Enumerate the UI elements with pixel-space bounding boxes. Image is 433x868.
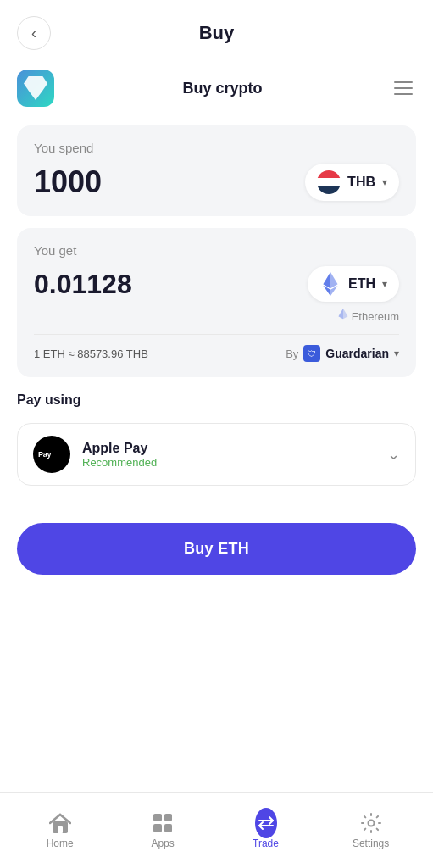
nav-item-apps[interactable]: Apps	[133, 805, 192, 856]
get-card: You get 0.01128 ETH ▾	[17, 228, 416, 377]
rate-row: 1 ETH ≈ 88573.96 THB By 🛡 Guardarian ▾	[34, 334, 399, 362]
svg-text:Pay: Pay	[38, 450, 52, 459]
apps-nav-label: Apps	[151, 837, 174, 849]
guardarian-shield-icon: 🛡	[303, 345, 320, 362]
flag-blue	[317, 186, 341, 194]
thb-flag	[317, 170, 341, 194]
apps-icon	[152, 812, 174, 834]
back-button[interactable]: ‹	[17, 16, 51, 50]
flag-red	[317, 170, 341, 178]
buy-crypto-label: Buy crypto	[182, 80, 262, 97]
settings-icon	[360, 812, 382, 834]
pay-using-label: Pay using	[17, 392, 416, 408]
spend-row: 1000 THB ▾	[34, 164, 399, 201]
payment-method-card[interactable]: Pay Apple Pay Recommended ⌄	[17, 423, 416, 486]
svg-point-3	[368, 820, 374, 826]
thb-code: THB	[347, 175, 375, 190]
svg-rect-2	[58, 826, 63, 833]
home-nav-label: Home	[47, 837, 74, 849]
spend-amount: 1000	[34, 164, 102, 200]
ethereum-label-text: Ethereum	[352, 310, 399, 323]
payment-left: Pay Apple Pay Recommended	[33, 436, 157, 473]
header: ‹ Buy	[0, 8, 433, 58]
provider-name: Guardarian	[325, 347, 389, 360]
settings-nav-label: Settings	[353, 837, 389, 849]
nav-item-home[interactable]: Home	[31, 805, 90, 856]
bottom-nav: Home Apps Trade	[0, 792, 433, 868]
payment-recommended: Recommended	[82, 456, 157, 469]
provider-selector[interactable]: By 🛡 Guardarian ▾	[286, 345, 399, 362]
page-title: Buy	[199, 22, 235, 44]
trade-nav-label: Trade	[253, 837, 279, 849]
payment-info: Apple Pay Recommended	[82, 441, 157, 469]
rate-text: 1 ETH ≈ 88573.96 THB	[34, 348, 148, 360]
menu-line-1	[394, 81, 413, 83]
menu-line-3	[394, 93, 413, 95]
eth-code: ETH	[348, 276, 375, 292]
back-icon: ‹	[31, 25, 36, 42]
eth-icon	[319, 273, 341, 295]
thb-chevron-icon: ▾	[382, 176, 387, 188]
spend-label: You spend	[34, 141, 399, 155]
flag-white	[317, 178, 341, 186]
app-logo	[17, 70, 54, 107]
eth-chevron-icon: ▾	[382, 278, 387, 290]
buy-eth-button[interactable]: Buy ETH	[17, 523, 416, 575]
ethereum-sublabel: Ethereum	[34, 309, 399, 324]
nav-item-trade[interactable]: Trade	[236, 805, 296, 856]
home-icon	[49, 812, 71, 834]
get-amount: 0.01128	[34, 269, 132, 300]
payment-chevron-icon: ⌄	[387, 445, 400, 464]
menu-button[interactable]	[391, 78, 416, 98]
provider-chevron-icon: ▾	[394, 348, 399, 359]
get-label: You get	[34, 243, 399, 258]
apple-pay-icon: Pay	[33, 436, 70, 473]
get-row: 0.01128 ETH ▾	[34, 266, 399, 302]
buy-crypto-bar: Buy crypto	[17, 66, 416, 114]
main-content: Buy crypto You spend 1000 THB ▾ You get	[0, 58, 433, 792]
payment-name: Apple Pay	[82, 441, 157, 456]
menu-line-2	[394, 87, 413, 89]
trade-icon	[255, 812, 277, 834]
nav-item-settings[interactable]: Settings	[339, 805, 402, 856]
currency-selector-thb[interactable]: THB ▾	[305, 164, 399, 201]
spend-card: You spend 1000 THB ▾	[17, 125, 416, 216]
currency-selector-eth[interactable]: ETH ▾	[308, 266, 399, 302]
by-label: By	[286, 348, 298, 360]
